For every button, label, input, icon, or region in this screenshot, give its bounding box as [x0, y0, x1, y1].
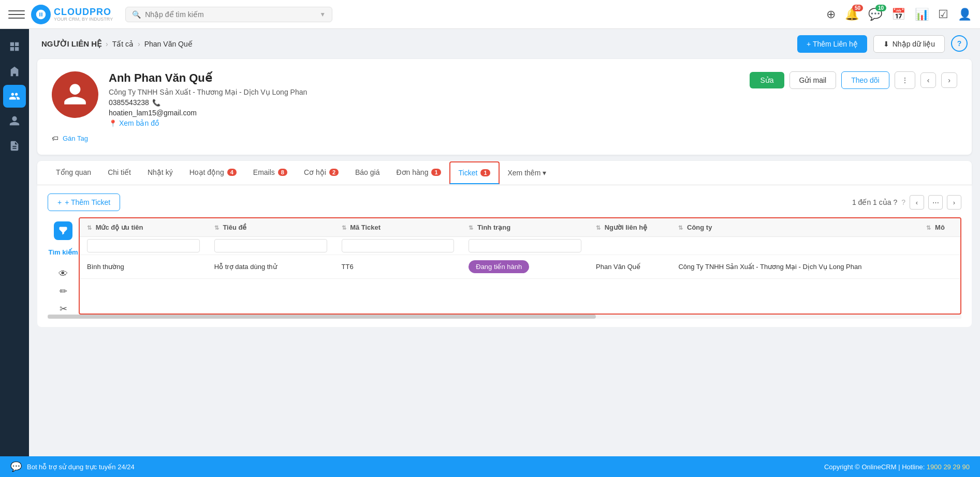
tab-tong-quan-label: Tổng quan — [56, 168, 91, 176]
prev-button[interactable]: ‹ — [920, 72, 937, 88]
profile-name: Anh Phan Văn Quế — [109, 71, 739, 85]
phone-icon: 📞 — [152, 99, 160, 107]
scrollbar-area[interactable] — [48, 315, 961, 319]
table-row[interactable]: Bình thường Hỗ trợ data dùng thử TT6 Đan… — [80, 255, 960, 279]
col-status-label: Tình trạng — [477, 223, 510, 231]
search-dropdown-icon[interactable]: ▼ — [319, 11, 326, 18]
filter-title-input[interactable] — [214, 239, 327, 252]
col-company[interactable]: ⇅ Công ty — [671, 218, 919, 237]
calendar-button[interactable]: 📅 — [891, 8, 905, 21]
tab-co-hoi[interactable]: Cơ hội 2 — [296, 161, 347, 185]
breadcrumb-actions: + Thêm Liên hệ ⬇ Nhập dữ liệu ? — [797, 35, 968, 53]
sidebar-item-contacts[interactable] — [3, 85, 26, 108]
sidebar-item-dashboard[interactable] — [3, 35, 26, 58]
breadcrumb-sep2: › — [138, 40, 140, 48]
cell-status: Đang tiến hành — [461, 255, 589, 279]
profile-company: Công Ty TNHH Sản Xuất - Thương Mại - Dịc… — [109, 88, 739, 96]
import-label: Nhập dữ liệu — [893, 40, 935, 48]
ticket-toolbar: + + Thêm Ticket 1 đến 1 của ? ? ‹ ⋯ › — [48, 193, 961, 211]
action-icons: 👁 ✏ ✂ — [58, 269, 68, 315]
add-contact-button[interactable]: + Thêm Liên hệ — [797, 35, 867, 53]
help-button[interactable]: ? — [951, 35, 968, 52]
tab-bao-gia[interactable]: Báo giá — [347, 161, 388, 185]
tab-xem-them-label: Xem thêm — [508, 169, 541, 177]
tab-tong-quan[interactable]: Tổng quan — [48, 161, 99, 185]
tag-button[interactable]: Gán Tag — [63, 135, 88, 142]
account-button[interactable]: 👤 — [958, 8, 972, 21]
sort-status-icon: ⇅ — [469, 225, 473, 231]
pagination-text: 1 đến 1 của ? — [852, 198, 897, 206]
tab-nhat-ky[interactable]: Nhật ký — [139, 161, 181, 185]
unlink-icon[interactable]: ✂ — [60, 303, 67, 315]
tab-emails[interactable]: Emails 8 — [245, 161, 296, 185]
search-text-button[interactable]: Tìm kiếm — [48, 248, 78, 256]
ticket-main: Tìm kiếm 👁 ✏ ✂ ⇅ Mức độ ưu tiên — [48, 217, 961, 315]
col-priority[interactable]: ⇅ Mức độ ưu tiên — [80, 218, 207, 237]
filter-status-input[interactable] — [469, 239, 581, 252]
sort-note-icon: ⇅ — [926, 225, 931, 231]
add-ticket-button[interactable]: + + Thêm Ticket — [48, 193, 120, 211]
more-options-button[interactable]: ⋯ — [928, 195, 943, 210]
cell-priority: Bình thường — [80, 255, 207, 279]
profile-card: Anh Phan Văn Quế Công Ty TNHH Sản Xuất -… — [37, 59, 972, 155]
avatar — [52, 71, 98, 118]
cell-note — [919, 255, 960, 279]
tab-ticket[interactable]: Ticket 1 — [449, 161, 500, 184]
ticket-table: ⇅ Mức độ ưu tiên ⇅ Tiêu đề ⇅ Mã Ticket — [80, 218, 960, 279]
chart-button[interactable]: 📊 — [915, 8, 929, 21]
filter-icon-button[interactable] — [54, 221, 72, 240]
hotline-link[interactable]: 1900 29 29 90 — [927, 463, 970, 471]
tab-xem-them[interactable]: Xem thêm ▾ — [504, 161, 551, 184]
main-content: NGƯỜI LIÊN HỆ › Tất cả › Phan Văn Quế + … — [29, 29, 980, 477]
scrollbar-thumb[interactable] — [48, 315, 596, 319]
hamburger-button[interactable] — [8, 6, 25, 23]
logo-area: CLOUDPRO YOUR CRM, BY INDUSTRY — [31, 5, 113, 24]
tabs-bar: Tổng quan Chi tiết Nhật ký Hoạt động 4 E… — [37, 161, 972, 185]
import-button[interactable]: ⬇ Nhập dữ liệu — [873, 35, 945, 53]
breadcrumb-section: NGƯỜI LIÊN HỆ — [41, 39, 101, 49]
sort-priority-icon: ⇅ — [87, 225, 92, 231]
profile-map-link[interactable]: 📍 Xem bản đồ — [109, 119, 739, 127]
filter-priority-input[interactable] — [87, 239, 200, 252]
col-note[interactable]: ⇅ Mô — [919, 218, 960, 237]
edit-button[interactable]: Sửa — [750, 72, 784, 88]
breadcrumb-all[interactable]: Tất cả — [112, 40, 134, 48]
tab-chi-tiet[interactable]: Chi tiết — [99, 161, 139, 185]
col-contact[interactable]: ⇅ Người liên hệ — [589, 218, 671, 237]
col-title-label: Tiêu đề — [223, 223, 246, 231]
messages-button[interactable]: 💬 10 — [868, 8, 882, 21]
edit-icon[interactable]: ✏ — [60, 286, 67, 297]
search-bar[interactable]: 🔍 ▼ — [125, 7, 332, 22]
tab-don-hang-label: Đơn hàng — [396, 168, 428, 176]
next-page-button[interactable]: › — [947, 195, 961, 210]
col-title[interactable]: ⇅ Tiêu đề — [207, 218, 334, 237]
send-mail-button[interactable]: Gửi mail — [789, 71, 837, 89]
more-button[interactable]: ⋮ — [895, 71, 915, 89]
notifications-button[interactable]: 🔔 50 — [845, 8, 859, 21]
import-icon: ⬇ — [883, 40, 889, 48]
col-status[interactable]: ⇅ Tình trạng — [461, 218, 589, 237]
view-icon[interactable]: 👁 — [58, 269, 68, 279]
tab-hoat-dong[interactable]: Hoạt động 4 — [181, 161, 245, 185]
filter-row — [80, 237, 960, 255]
search-input[interactable] — [145, 10, 315, 19]
prev-page-button[interactable]: ‹ — [910, 195, 924, 210]
col-ticket-id[interactable]: ⇅ Mã Ticket — [334, 218, 462, 237]
follow-button[interactable]: Theo dõi — [841, 71, 889, 89]
checkbox-button[interactable]: ☑ — [938, 8, 948, 21]
sidebar-item-user[interactable] — [3, 110, 26, 132]
cell-ticket-id: TT6 — [334, 255, 462, 279]
add-ticket-label: + Thêm Ticket — [65, 198, 110, 206]
content-area: + + Thêm Ticket 1 đến 1 của ? ? ‹ ⋯ › Tì… — [37, 185, 972, 327]
add-button[interactable]: ⊕ — [826, 8, 836, 21]
next-button[interactable]: › — [941, 72, 957, 88]
tab-don-hang[interactable]: Đơn hàng 1 — [388, 161, 449, 185]
profile-phone: 0385543238 📞 — [109, 98, 739, 107]
breadcrumb-sep1: › — [106, 40, 108, 48]
tab-bao-gia-label: Báo giá — [355, 168, 379, 176]
sidebar-item-file[interactable] — [3, 135, 26, 157]
sidebar-item-building[interactable] — [3, 60, 26, 83]
col-contact-label: Người liên hệ — [605, 223, 648, 231]
filter-id-input[interactable] — [342, 239, 455, 252]
col-note-label: Mô — [935, 223, 945, 231]
